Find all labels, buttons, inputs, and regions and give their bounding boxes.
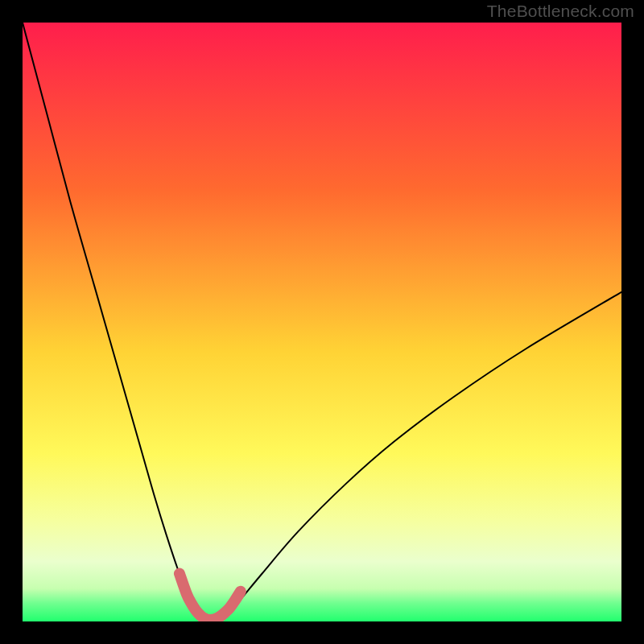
watermark-text: TheBottleneck.com xyxy=(487,2,634,21)
gradient-background xyxy=(23,23,621,621)
chart-frame: TheBottleneck.com xyxy=(0,0,644,644)
bottleneck-chart xyxy=(23,23,621,621)
plot-area xyxy=(23,23,621,621)
